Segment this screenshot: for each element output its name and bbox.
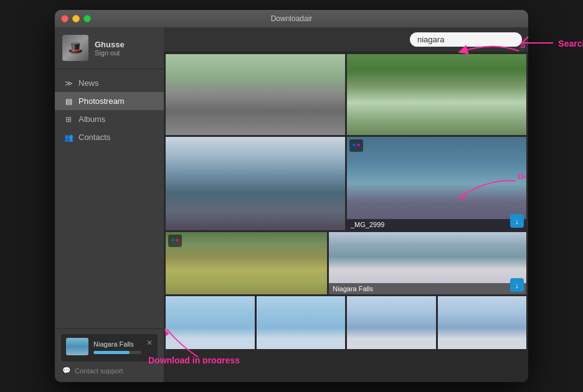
flickr-icon-4 bbox=[349, 139, 363, 152]
signout-link[interactable]: Sign out bbox=[95, 49, 125, 57]
support-icon: 💬 bbox=[62, 366, 71, 375]
photo-image-5a bbox=[166, 232, 327, 294]
photo-label-5: Niagara Falls bbox=[329, 283, 526, 294]
photo-image-9 bbox=[438, 296, 527, 349]
annotation-search: Search bbox=[558, 39, 583, 49]
photo-grid: _MG_2999 ↓ bbox=[164, 52, 528, 382]
sidebar-item-photostream-label: Photostream bbox=[78, 96, 125, 106]
avatar: 🎩 bbox=[62, 35, 88, 61]
window-controls bbox=[61, 15, 91, 22]
svg-rect-2 bbox=[171, 239, 174, 242]
app-body: 🎩 Ghusse Sign out ≫ News ▤ Photos bbox=[55, 27, 528, 382]
photo-cell-6[interactable] bbox=[166, 296, 255, 349]
sidebar-footer: Niagara Falls ✕ 💬 Contact support bbox=[55, 329, 164, 382]
flickr-icon-5 bbox=[168, 235, 182, 247]
sidebar-item-albums-label: Albums bbox=[78, 114, 105, 124]
progress-bar-container bbox=[93, 351, 141, 354]
user-section: 🎩 Ghusse Sign out bbox=[55, 27, 164, 69]
photo-row-4 bbox=[166, 296, 526, 349]
main-content: _MG_2999 ↓ bbox=[164, 27, 528, 382]
download-close-button[interactable]: ✕ bbox=[146, 339, 153, 347]
sidebar-item-contacts-label: Contacts bbox=[78, 133, 110, 142]
sidebar-item-albums[interactable]: ⊞ Albums bbox=[55, 110, 164, 128]
photo-image-3 bbox=[166, 137, 345, 230]
photo-cell-8[interactable] bbox=[347, 296, 436, 349]
photo-cell-3[interactable] bbox=[166, 137, 345, 230]
sidebar: 🎩 Ghusse Sign out ≫ News ▤ Photos bbox=[55, 27, 164, 382]
photo-cell-7[interactable] bbox=[257, 296, 346, 349]
photo-image-8 bbox=[347, 296, 436, 349]
photo-row-2: _MG_2999 ↓ bbox=[166, 137, 526, 230]
window-title: Downloadair bbox=[271, 14, 313, 23]
avatar-image: 🎩 bbox=[62, 35, 88, 61]
contacts-icon: 👥 bbox=[64, 133, 73, 142]
contact-support-link[interactable]: 💬 Contact support bbox=[61, 364, 158, 377]
photo-image-7 bbox=[257, 296, 346, 349]
close-button[interactable] bbox=[61, 15, 69, 22]
photo-image-6 bbox=[166, 296, 255, 349]
download-thumbnail bbox=[66, 338, 88, 355]
photo-row-3: Niagara Falls ↓ bbox=[166, 232, 526, 294]
svg-rect-0 bbox=[353, 144, 356, 147]
sidebar-nav: ≫ News ▤ Photostream ⊞ Albums 👥 Contacts bbox=[55, 69, 164, 329]
user-info: Ghusse Sign out bbox=[95, 40, 125, 57]
photo-cell-9[interactable] bbox=[438, 296, 527, 349]
download-arrow-icon-5: ↓ bbox=[515, 281, 519, 289]
search-input[interactable] bbox=[410, 32, 522, 47]
svg-rect-1 bbox=[357, 144, 360, 147]
photo-cell-4[interactable]: _MG_2999 ↓ bbox=[347, 137, 526, 230]
photo-label-4: _MG_2999 bbox=[347, 219, 526, 230]
photostream-icon: ▤ bbox=[64, 97, 73, 106]
main-header bbox=[164, 27, 528, 52]
download-filename: Niagara Falls bbox=[93, 340, 134, 348]
download-info: Niagara Falls bbox=[93, 338, 141, 354]
photo-row-1 bbox=[166, 54, 526, 135]
photo-cell-2[interactable] bbox=[347, 54, 526, 135]
maximize-button[interactable] bbox=[83, 15, 91, 22]
photo-image-2 bbox=[347, 54, 526, 135]
app-window: Downloadair 🎩 Ghusse Sign out bbox=[55, 10, 528, 382]
photo-image-1 bbox=[166, 54, 345, 135]
photo-download-btn-4[interactable]: ↓ bbox=[510, 214, 524, 228]
contact-support-label: Contact support bbox=[75, 367, 123, 375]
news-icon: ≫ bbox=[64, 79, 73, 88]
download-thumb-image bbox=[66, 338, 88, 355]
photo-cell-1[interactable] bbox=[166, 54, 345, 135]
download-header: Niagara Falls ✕ bbox=[66, 338, 153, 355]
download-progress-item: Niagara Falls ✕ bbox=[61, 334, 158, 362]
sidebar-item-news[interactable]: ≫ News bbox=[55, 74, 164, 92]
photo-cell-5-wide[interactable]: Niagara Falls ↓ bbox=[166, 232, 526, 294]
albums-icon: ⊞ bbox=[64, 115, 73, 124]
title-bar: Downloadair bbox=[55, 10, 528, 27]
sidebar-item-contacts[interactable]: 👥 Contacts bbox=[55, 128, 164, 146]
photo-image-4 bbox=[347, 137, 526, 230]
sidebar-item-photostream[interactable]: ▤ Photostream bbox=[55, 92, 164, 110]
download-arrow-icon-4: ↓ bbox=[515, 217, 519, 225]
progress-bar bbox=[93, 351, 130, 354]
username: Ghusse bbox=[95, 40, 125, 49]
svg-rect-3 bbox=[176, 239, 179, 242]
sidebar-item-news-label: News bbox=[78, 78, 99, 88]
minimize-button[interactable] bbox=[72, 15, 80, 22]
photo-download-btn-5[interactable]: ↓ bbox=[510, 278, 524, 292]
